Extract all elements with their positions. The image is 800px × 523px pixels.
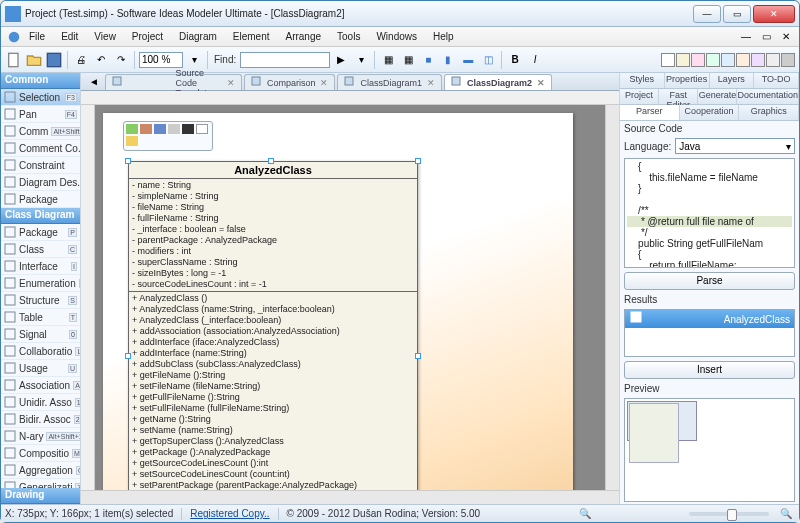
panel-tab-layers[interactable]: Layers xyxy=(710,73,755,88)
diagram-page[interactable]: AnalyzedClass - name : String- simpleNam… xyxy=(103,113,573,490)
color-chip-6[interactable] xyxy=(736,53,750,67)
menu-windows[interactable]: Windows xyxy=(368,29,425,44)
tool-compositio[interactable]: CompositioM xyxy=(1,445,80,462)
panel-tab-styles[interactable]: Styles xyxy=(620,73,665,88)
tool-commentco[interactable]: Comment Co.. xyxy=(1,140,80,157)
mdi-min-icon[interactable]: — xyxy=(737,28,755,46)
undo-icon[interactable]: ↶ xyxy=(92,51,110,69)
tool-class[interactable]: ClassC xyxy=(1,241,80,258)
floating-toolbar[interactable] xyxy=(123,121,213,151)
grid-icon[interactable]: ▦ xyxy=(379,51,397,69)
tool-unidirasso[interactable]: Unidir. Asso1 xyxy=(1,394,80,411)
bold-icon[interactable]: B xyxy=(506,51,524,69)
color-chip-8[interactable] xyxy=(766,53,780,67)
zoom-slider[interactable] xyxy=(689,512,769,516)
layout1-icon[interactable]: ■ xyxy=(419,51,437,69)
menu-file[interactable]: File xyxy=(21,29,53,44)
tool-table[interactable]: TableT xyxy=(1,309,80,326)
panel-tab-parser[interactable]: Parser xyxy=(620,105,680,120)
panel-tab-graphics[interactable]: Graphics xyxy=(739,105,799,120)
tool-aggregation[interactable]: AggregationG xyxy=(1,462,80,479)
status-registration[interactable]: Registered Copy.. xyxy=(190,508,269,519)
menu-tools[interactable]: Tools xyxy=(329,29,368,44)
tab-sourcecodetemplat[interactable]: Source Code Templat...✕ xyxy=(105,74,242,90)
color-chip-9[interactable] xyxy=(781,53,795,67)
tool-package[interactable]: PackageP xyxy=(1,224,80,241)
tool-nary[interactable]: N-aryAlt+Shift+1 xyxy=(1,428,80,445)
scrollbar-vertical[interactable] xyxy=(605,105,619,490)
tool-comm[interactable]: CommAlt+Shift+1 xyxy=(1,123,80,140)
layout4-icon[interactable]: ◫ xyxy=(479,51,497,69)
tool-usage[interactable]: UsageU xyxy=(1,360,80,377)
panel-tab-fasteditor[interactable]: Fast Editor xyxy=(659,89,698,104)
panel-tab-properties[interactable]: Properties xyxy=(665,73,710,88)
menu-help[interactable]: Help xyxy=(425,29,462,44)
tab-nav-left-icon[interactable]: ◄ xyxy=(85,72,103,90)
results-list[interactable]: AnalyzedClass xyxy=(624,309,795,357)
color-chip-2[interactable] xyxy=(676,53,690,67)
tab-close-icon[interactable]: ✕ xyxy=(427,78,435,88)
toolbox-cat-common[interactable]: Common xyxy=(1,73,80,89)
color-chip-3[interactable] xyxy=(691,53,705,67)
panel-tab-documentation[interactable]: Documentation xyxy=(737,89,799,104)
find-options-icon[interactable]: ▾ xyxy=(352,51,370,69)
tool-association[interactable]: AssociationA xyxy=(1,377,80,394)
italic-icon[interactable]: I xyxy=(526,51,544,69)
tab-comparison[interactable]: Comparison✕ xyxy=(244,74,336,90)
panel-tab-generate[interactable]: Generate xyxy=(698,89,737,104)
new-icon[interactable] xyxy=(5,51,23,69)
open-icon[interactable] xyxy=(25,51,43,69)
app-menu-icon[interactable] xyxy=(7,30,21,44)
toolbox-cat-drawing[interactable]: Drawing xyxy=(1,488,80,504)
zoom-out-icon[interactable]: 🔍 xyxy=(576,505,594,523)
panel-tab-todo[interactable]: TO-DO xyxy=(754,73,799,88)
zoom-dropdown-icon[interactable]: ▾ xyxy=(185,51,203,69)
tool-enumeration[interactable]: EnumerationE xyxy=(1,275,80,292)
class-operations[interactable]: + AnalyzedClass ()+ AnalyzedClass (name:… xyxy=(129,292,417,490)
language-combo[interactable]: Java▾ xyxy=(675,138,795,154)
scrollbar-horizontal[interactable] xyxy=(81,490,619,504)
menu-element[interactable]: Element xyxy=(225,29,278,44)
tool-collaboratio[interactable]: CollaboratioL xyxy=(1,343,80,360)
tool-signal[interactable]: Signal0 xyxy=(1,326,80,343)
color-chip-5[interactable] xyxy=(721,53,735,67)
toolbox-cat-classdiagram[interactable]: Class Diagram xyxy=(1,208,80,224)
color-chip-4[interactable] xyxy=(706,53,720,67)
find-next-icon[interactable]: ▶ xyxy=(332,51,350,69)
class-name[interactable]: AnalyzedClass xyxy=(129,162,417,179)
find-input[interactable] xyxy=(240,52,330,68)
tool-bidirassoc[interactable]: Bidir. Assoc2 xyxy=(1,411,80,428)
layout2-icon[interactable]: ▮ xyxy=(439,51,457,69)
tab-close-icon[interactable]: ✕ xyxy=(537,78,545,88)
tool-constraint[interactable]: Constraint xyxy=(1,157,80,174)
menu-diagram[interactable]: Diagram xyxy=(171,29,225,44)
close-button[interactable]: ✕ xyxy=(753,5,795,23)
result-item[interactable]: AnalyzedClass xyxy=(625,310,794,328)
code-preview[interactable]: { this.fileName = fileName } /** * @retu… xyxy=(624,158,795,268)
mdi-close-icon[interactable]: ✕ xyxy=(777,28,795,46)
tab-close-icon[interactable]: ✕ xyxy=(320,78,328,88)
panel-tab-project[interactable]: Project xyxy=(620,89,659,104)
preview-panel[interactable] xyxy=(624,398,795,502)
parse-button[interactable]: Parse xyxy=(624,272,795,290)
mdi-max-icon[interactable]: ▭ xyxy=(757,28,775,46)
class-attributes[interactable]: - name : String- simpleName : String- fi… xyxy=(129,179,417,292)
zoom-combo[interactable] xyxy=(139,52,183,68)
tool-package[interactable]: Package xyxy=(1,191,80,208)
maximize-button[interactable]: ▭ xyxy=(723,5,751,23)
menu-edit[interactable]: Edit xyxy=(53,29,86,44)
insert-button[interactable]: Insert xyxy=(624,361,795,379)
tool-structure[interactable]: StructureS xyxy=(1,292,80,309)
tool-interface[interactable]: InterfaceI xyxy=(1,258,80,275)
minimize-button[interactable]: — xyxy=(693,5,721,23)
tool-generalizati[interactable]: GeneralizatiZ xyxy=(1,479,80,488)
redo-icon[interactable]: ↷ xyxy=(112,51,130,69)
color-chip-1[interactable] xyxy=(661,53,675,67)
save-icon[interactable] xyxy=(45,51,63,69)
tab-classdiagram2[interactable]: ClassDiagram2✕ xyxy=(444,74,552,90)
tab-classdiagram1[interactable]: ClassDiagram1✕ xyxy=(337,74,442,90)
layout3-icon[interactable]: ▬ xyxy=(459,51,477,69)
tab-close-icon[interactable]: ✕ xyxy=(227,78,235,88)
class-element[interactable]: AnalyzedClass - name : String- simpleNam… xyxy=(128,161,418,490)
menu-view[interactable]: View xyxy=(86,29,124,44)
